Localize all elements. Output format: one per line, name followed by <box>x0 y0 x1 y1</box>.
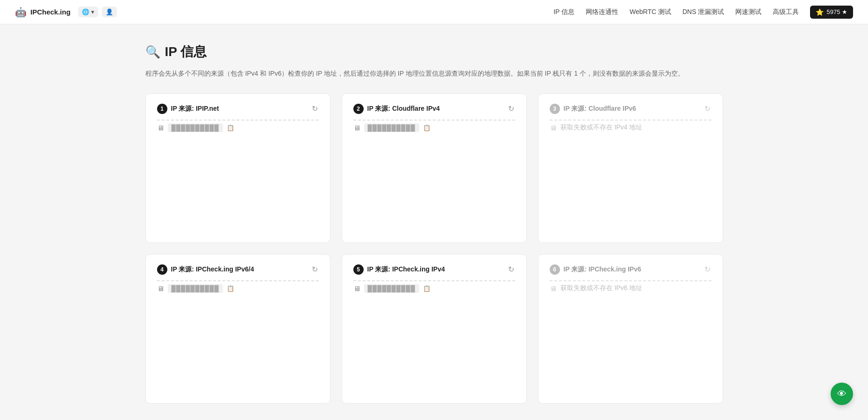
card-header-1: 1IP 来源: IPIP.net↻ <box>157 103 319 114</box>
refresh-button-5[interactable]: ↻ <box>507 264 515 275</box>
card-title-6: IP 来源: IPCheck.ing IPv6 <box>564 265 641 274</box>
monitor-icon-1: 🖥 <box>157 124 164 132</box>
card-header-5: 5IP 来源: IPCheck.ing IPv4↻ <box>353 264 515 275</box>
card-title-row-6: 6IP 来源: IPCheck.ing IPv6 <box>550 264 641 275</box>
card-title-1: IP 来源: IPIP.net <box>171 105 219 113</box>
card-number-1: 1 <box>157 104 167 114</box>
title-icon: 🔍 <box>145 45 160 59</box>
page-description: 程序会先从多个不同的来源（包含 IPv4 和 IPv6）检查你的 IP 地址，然… <box>145 68 723 78</box>
card-title-row-5: 5IP 来源: IPCheck.ing IPv4 <box>353 264 445 275</box>
refresh-button-2[interactable]: ↻ <box>507 103 515 114</box>
card-title-4: IP 来源: IPCheck.ing IPv6/4 <box>171 265 254 274</box>
fab-button[interactable]: 👁 <box>831 383 853 405</box>
lang-switcher-button[interactable]: 🌐 ▾ <box>78 7 98 17</box>
header: 🤖 IPCheck.ing 🌐 ▾ 👤 IP 信息 网络连通性 WebRTC 测… <box>0 0 868 24</box>
copy-icon-4[interactable]: 📋 <box>227 285 234 292</box>
github-stars: 5975 ★ <box>826 8 847 15</box>
card-header-2: 2IP 来源: Cloudflare IPv4↻ <box>353 103 515 114</box>
page-title-area: 🔍 IP 信息 <box>145 43 723 61</box>
refresh-button-3[interactable]: ↻ <box>703 103 711 114</box>
refresh-button-4[interactable]: ↻ <box>311 264 319 275</box>
ip-source-card-1: 1IP 来源: IPIP.net↻🖥██████████📋 <box>145 93 330 243</box>
error-message-3: 获取失败或不存在 IPv4 地址 <box>560 123 643 132</box>
card-title-row-4: 4IP 来源: IPCheck.ing IPv6/4 <box>157 264 254 275</box>
main-content: 🔍 IP 信息 程序会先从多个不同的来源（包含 IPv4 和 IPv6）检查你的… <box>130 24 738 420</box>
ip-source-card-6: 6IP 来源: IPCheck.ing IPv6↻🖥获取失败或不存在 IPv6 … <box>538 254 723 404</box>
ip-address-2: ██████████ <box>364 123 419 132</box>
card-title-5: IP 来源: IPCheck.ing IPv4 <box>367 265 445 274</box>
card-number-3: 3 <box>550 104 560 114</box>
card-header-3: 3IP 来源: Cloudflare IPv6↻ <box>550 103 711 114</box>
card-title-3: IP 来源: Cloudflare IPv6 <box>564 105 636 113</box>
monitor-icon-4: 🖥 <box>157 285 164 292</box>
card-header-6: 6IP 来源: IPCheck.ing IPv6↻ <box>550 264 711 275</box>
ip-row-5: 🖥██████████📋 <box>353 280 515 296</box>
refresh-button-6[interactable]: ↻ <box>703 264 711 275</box>
ip-row-1: 🖥██████████📋 <box>157 120 319 135</box>
pc-icon: 🖥 <box>550 124 557 132</box>
eye-icon: 👁 <box>837 389 846 399</box>
copy-icon-1[interactable]: 📋 <box>227 124 234 131</box>
nav-webrtc[interactable]: WebRTC 测试 <box>630 8 671 16</box>
monitor-icon-5: 🖥 <box>353 285 360 292</box>
card-title-row-2: 2IP 来源: Cloudflare IPv4 <box>353 104 440 114</box>
ip-address-4: ██████████ <box>168 284 223 293</box>
ip-address-5: ██████████ <box>364 284 419 293</box>
error-row-6: 🖥获取失败或不存在 IPv6 地址 <box>550 280 711 295</box>
github-icon: ⭐ <box>816 8 824 16</box>
ip-row-2: 🖥██████████📋 <box>353 120 515 135</box>
logo-icon: 🤖 <box>15 7 27 18</box>
ip-source-card-4: 4IP 来源: IPCheck.ing IPv6/4↻🖥██████████📋 <box>145 254 330 404</box>
monitor-icon-2: 🖥 <box>353 124 360 132</box>
ip-source-card-2: 2IP 来源: Cloudflare IPv4↻🖥██████████📋 <box>342 93 527 243</box>
card-title-2: IP 来源: Cloudflare IPv4 <box>367 105 440 113</box>
error-message-6: 获取失败或不存在 IPv6 地址 <box>560 284 643 292</box>
ip-source-card-5: 5IP 来源: IPCheck.ing IPv4↻🖥██████████📋 <box>342 254 527 404</box>
ip-source-card-3: 3IP 来源: Cloudflare IPv6↻🖥获取失败或不存在 IPv4 地… <box>538 93 723 243</box>
copy-icon-5[interactable]: 📋 <box>423 285 430 292</box>
globe-icon: 🌐 <box>82 8 89 15</box>
card-title-row-3: 3IP 来源: Cloudflare IPv6 <box>550 104 636 114</box>
card-title-row-1: 1IP 来源: IPIP.net <box>157 104 219 114</box>
pc-icon: 🖥 <box>550 285 557 292</box>
logo-text: IPCheck.ing <box>30 8 71 16</box>
logo[interactable]: 🤖 IPCheck.ing <box>15 7 71 18</box>
github-button[interactable]: ⭐ 5975 ★ <box>810 6 853 19</box>
copy-icon-2[interactable]: 📋 <box>423 124 430 131</box>
user-icon: 👤 <box>106 8 113 15</box>
nav-ip-info[interactable]: IP 信息 <box>553 8 574 16</box>
nav-speed[interactable]: 网速测试 <box>735 8 761 16</box>
card-header-4: 4IP 来源: IPCheck.ing IPv6/4↻ <box>157 264 319 275</box>
error-row-3: 🖥获取失败或不存在 IPv4 地址 <box>550 120 711 135</box>
page-title: IP 信息 <box>165 43 207 61</box>
card-number-6: 6 <box>550 264 560 275</box>
main-nav: IP 信息 网络连通性 WebRTC 测试 DNS 泄漏测试 网速测试 高级工具… <box>553 6 853 19</box>
ip-address-1: ██████████ <box>168 123 223 132</box>
nav-advanced[interactable]: 高级工具 <box>773 8 799 16</box>
lang-chevron: ▾ <box>91 8 94 15</box>
card-number-2: 2 <box>353 104 364 114</box>
nav-dns[interactable]: DNS 泄漏测试 <box>682 8 724 16</box>
user-button[interactable]: 👤 <box>102 7 117 17</box>
ip-row-4: 🖥██████████📋 <box>157 280 319 296</box>
refresh-button-1[interactable]: ↻ <box>311 103 319 114</box>
card-number-5: 5 <box>353 264 364 275</box>
card-number-4: 4 <box>157 264 167 275</box>
header-icon-buttons: 🌐 ▾ 👤 <box>78 7 117 17</box>
nav-network[interactable]: 网络连通性 <box>586 8 618 16</box>
cards-grid: 1IP 来源: IPIP.net↻🖥██████████📋2IP 来源: Clo… <box>145 93 723 404</box>
